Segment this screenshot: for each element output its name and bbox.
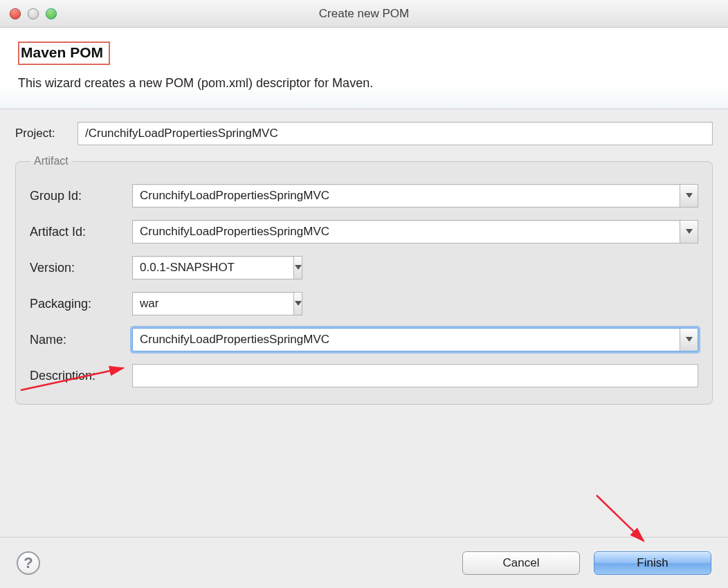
titlebar: Create new POM: [0, 0, 728, 28]
annotation-highlight-box: Maven POM: [18, 42, 110, 65]
svg-line-1: [597, 495, 644, 541]
artifact-id-dropdown-button[interactable]: [680, 221, 698, 243]
group-id-combo[interactable]: [132, 184, 698, 208]
project-label: Project:: [15, 127, 78, 140]
zoom-window-button[interactable]: [46, 8, 57, 19]
artifact-id-input[interactable]: [133, 221, 680, 243]
name-dropdown-button[interactable]: [680, 329, 698, 351]
project-input[interactable]: [78, 122, 713, 145]
group-id-dropdown-button[interactable]: [680, 185, 698, 207]
description-input[interactable]: [132, 364, 698, 387]
artifact-group: Artifact Group Id: Artifact Id: Version:: [15, 155, 713, 405]
name-label: Name:: [30, 333, 132, 347]
help-button[interactable]: ?: [17, 551, 40, 575]
chevron-down-icon: [686, 337, 693, 342]
chevron-down-icon: [295, 265, 302, 270]
packaging-combo[interactable]: [132, 292, 302, 315]
chevron-down-icon: [295, 301, 302, 306]
chevron-down-icon: [686, 229, 693, 235]
description-label: Description:: [30, 369, 132, 383]
wizard-header: Maven POM This wizard creates a new POM …: [0, 28, 728, 109]
wizard-title: Maven POM: [21, 44, 103, 61]
wizard-subtitle: This wizard creates a new POM (pom.xml) …: [18, 76, 710, 91]
group-id-input[interactable]: [133, 185, 680, 207]
window-title: Create new POM: [0, 7, 728, 21]
packaging-label: Packaging:: [30, 297, 132, 311]
help-icon: ?: [24, 554, 33, 572]
cancel-button[interactable]: Cancel: [462, 551, 580, 575]
window-controls: [0, 8, 57, 19]
name-input[interactable]: [133, 329, 680, 351]
group-id-label: Group Id:: [30, 189, 132, 203]
version-label: Version:: [30, 261, 132, 275]
finish-button[interactable]: Finish: [594, 551, 711, 575]
artifact-id-combo[interactable]: [132, 220, 698, 244]
artifact-legend: Artifact: [30, 155, 73, 167]
artifact-id-label: Artifact Id:: [30, 225, 132, 239]
wizard-body: Project: Artifact Group Id: Artifact Id:: [0, 109, 728, 412]
version-combo[interactable]: [132, 256, 302, 279]
name-combo[interactable]: [132, 328, 698, 351]
close-window-button[interactable]: [10, 8, 21, 19]
packaging-dropdown-button[interactable]: [293, 293, 302, 315]
packaging-input[interactable]: [133, 293, 293, 315]
wizard-footer: ? Cancel Finish: [0, 537, 728, 588]
minimize-window-button[interactable]: [28, 8, 39, 19]
version-input[interactable]: [133, 257, 293, 279]
chevron-down-icon: [686, 193, 693, 199]
version-dropdown-button[interactable]: [293, 257, 302, 279]
